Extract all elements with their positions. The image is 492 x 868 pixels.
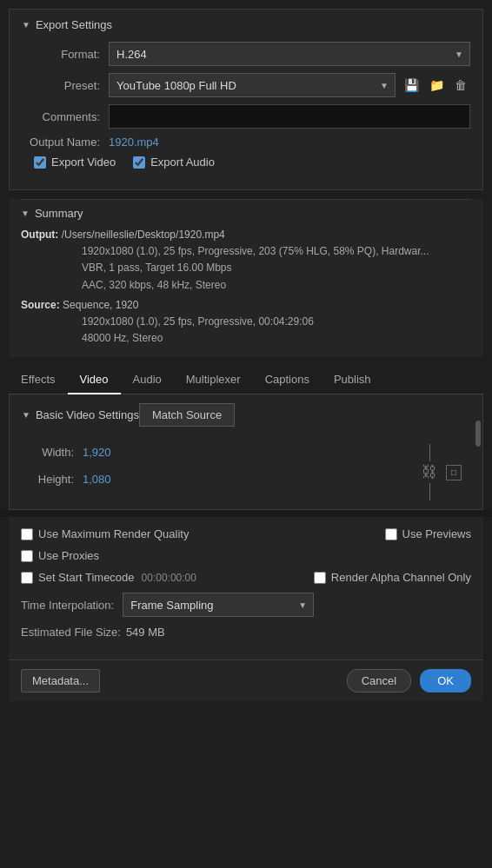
- use-max-render-quality-checkbox[interactable]: [21, 528, 33, 540]
- summary-chevron[interactable]: ▼: [21, 209, 30, 218]
- file-size-row: Estimated File Size: 549 MB: [21, 626, 471, 639]
- basic-video-settings-title: Basic Video Settings: [36, 408, 139, 421]
- scrollbar-thumb[interactable]: [475, 421, 481, 447]
- use-previews-area: Use Previews: [385, 527, 471, 540]
- export-audio-label: Export Audio: [150, 156, 215, 169]
- export-settings-chevron[interactable]: ▼: [22, 20, 30, 30]
- preset-row: Preset: YouTube 1080p Full HD Match Sour…: [22, 73, 470, 97]
- preset-control: YouTube 1080p Full HD Match Source - Hig…: [109, 73, 470, 97]
- use-previews-label: Use Previews: [402, 527, 471, 540]
- tab-captions[interactable]: Captions: [253, 366, 322, 394]
- render-alpha-area: Render Alpha Channel Only: [314, 571, 471, 584]
- use-max-render-quality-label: Use Maximum Render Quality: [38, 527, 189, 540]
- cancel-button[interactable]: Cancel: [347, 669, 411, 692]
- summary-output-label: Output:: [21, 229, 58, 241]
- set-start-timecode-checkbox[interactable]: [21, 572, 33, 584]
- link-icon[interactable]: ⛓: [422, 463, 437, 481]
- tab-effects[interactable]: Effects: [9, 366, 68, 394]
- summary-output-spec2: VBR, 1 pass, Target 16.00 Mbps: [82, 260, 471, 276]
- render-alpha-checkbox[interactable]: [314, 572, 326, 584]
- use-max-render-quality-item[interactable]: Use Maximum Render Quality: [21, 527, 189, 540]
- bracket-bottom: [429, 483, 430, 500]
- interpolation-select[interactable]: Frame Sampling Frame Blending Optical Fl…: [123, 593, 314, 617]
- summary-source-spec2: 48000 Hz, Stereo: [82, 330, 471, 347]
- summary-source-line: Source: Sequence, 1920: [21, 297, 471, 314]
- format-select[interactable]: H.264 H.265 ProRes DNxHD: [109, 42, 470, 66]
- tab-multiplexer[interactable]: Multiplexer: [174, 366, 253, 394]
- summary-title: Summary: [35, 207, 83, 220]
- output-name-link[interactable]: 1920.mp4: [109, 136, 159, 149]
- ok-button[interactable]: OK: [420, 669, 471, 692]
- summary-source-name: Sequence, 1920: [63, 299, 138, 311]
- tab-publish[interactable]: Publish: [322, 366, 383, 394]
- separator: [0, 510, 492, 517]
- summary-output-line: Output: /Users/neilleslie/Desktop/1920.m…: [21, 227, 471, 243]
- use-previews-item[interactable]: Use Previews: [385, 527, 471, 540]
- summary-source-spec1: 1920x1080 (1.0), 25 fps, Progressive, 00…: [82, 314, 471, 330]
- export-video-checkbox[interactable]: [34, 156, 46, 169]
- footer-right: Cancel OK: [347, 669, 471, 692]
- height-label: Height:: [22, 473, 83, 486]
- export-settings-title: Export Settings: [36, 18, 112, 31]
- render-alpha-label: Render Alpha Channel Only: [331, 571, 471, 584]
- export-video-checkbox-item[interactable]: Export Video: [34, 156, 116, 169]
- render-alpha-item[interactable]: Render Alpha Channel Only: [314, 571, 471, 584]
- footer: Metadata... Cancel OK: [9, 659, 483, 701]
- tab-video[interactable]: Video: [68, 366, 121, 394]
- comments-label: Comments:: [22, 110, 109, 123]
- comments-row: Comments:: [22, 104, 470, 129]
- comments-input[interactable]: [109, 104, 470, 129]
- preset-folder-button[interactable]: 📁: [426, 76, 448, 94]
- use-proxies-item[interactable]: Use Proxies: [21, 549, 99, 562]
- video-settings-panel: ▼ Basic Video Settings Match Source Widt…: [9, 394, 483, 510]
- export-settings-header: ▼ Export Settings: [22, 18, 470, 31]
- timecode-value: 00:00:00:00: [142, 572, 196, 584]
- basic-video-settings-chevron[interactable]: ▼: [22, 410, 30, 420]
- bracket-top: [429, 444, 430, 461]
- interpolation-select-wrapper: Frame Sampling Frame Blending Optical Fl…: [123, 593, 314, 617]
- set-start-timecode-item[interactable]: Set Start Timecode: [21, 571, 135, 584]
- output-name-row: Output Name: 1920.mp4: [22, 136, 470, 149]
- basic-video-settings-header: ▼ Basic Video Settings Match Source: [22, 403, 470, 427]
- tabs-bar: Effects Video Audio Multiplexer Captions…: [9, 366, 483, 394]
- output-name-control: 1920.mp4: [109, 136, 470, 149]
- dim-labels: Width: 1,920 Height: 1,080: [22, 446, 422, 500]
- summary-header: ▼ Summary: [21, 199, 471, 227]
- match-source-button[interactable]: Match Source: [139, 403, 235, 427]
- use-proxies-checkbox[interactable]: [21, 550, 33, 562]
- preset-save-button[interactable]: 💾: [401, 76, 422, 94]
- preset-select[interactable]: YouTube 1080p Full HD Match Source - Hig…: [109, 73, 396, 97]
- summary-output-spec1: 1920x1080 (1.0), 25 fps, Progressive, 20…: [82, 243, 471, 260]
- summary-output-path: /Users/neilleslie/Desktop/1920.mp4: [62, 229, 225, 241]
- tab-audio[interactable]: Audio: [121, 366, 174, 394]
- summary-source-label: Source:: [21, 299, 60, 311]
- file-size-label: Estimated File Size:: [21, 626, 121, 639]
- timecode-row: Set Start Timecode 00:00:00:00 Render Al…: [21, 571, 471, 584]
- format-select-wrapper: H.264 H.265 ProRes DNxHD: [109, 42, 470, 66]
- export-settings-panel: ▼ Export Settings Format: H.264 H.265 Pr…: [9, 9, 483, 190]
- height-value[interactable]: 1,080: [83, 473, 111, 486]
- use-previews-checkbox[interactable]: [385, 528, 397, 540]
- summary-output-spec3: AAC, 320 kbps, 48 kHz, Stereo: [82, 277, 471, 294]
- width-row: Width: 1,920: [22, 446, 422, 459]
- width-label: Width:: [22, 446, 83, 459]
- link-bracket-area: ⛓: [422, 444, 437, 500]
- summary-body: Output: /Users/neilleslie/Desktop/1920.m…: [21, 227, 471, 347]
- format-row: Format: H.264 H.265 ProRes DNxHD: [22, 42, 470, 66]
- preset-trash-button[interactable]: 🗑: [451, 76, 470, 94]
- export-audio-checkbox[interactable]: [133, 156, 145, 169]
- set-start-timecode-label: Set Start Timecode: [38, 571, 135, 584]
- metadata-button[interactable]: Metadata...: [21, 669, 100, 692]
- width-value[interactable]: 1,920: [83, 446, 111, 459]
- format-control: H.264 H.265 ProRes DNxHD: [109, 42, 470, 66]
- expand-icon[interactable]: □: [446, 465, 462, 480]
- summary-section: ▼ Summary Output: /Users/neilleslie/Desk…: [9, 199, 483, 357]
- dimension-section: Width: 1,920 Height: 1,080 ⛓ □: [22, 444, 470, 500]
- format-label: Format:: [22, 48, 109, 61]
- height-row: Height: 1,080: [22, 473, 422, 486]
- export-checkboxes-row: Export Video Export Audio: [34, 156, 470, 169]
- use-proxies-label: Use Proxies: [38, 549, 99, 562]
- export-audio-checkbox-item[interactable]: Export Audio: [133, 156, 215, 169]
- preset-label: Preset:: [22, 79, 109, 92]
- export-video-label: Export Video: [51, 156, 116, 169]
